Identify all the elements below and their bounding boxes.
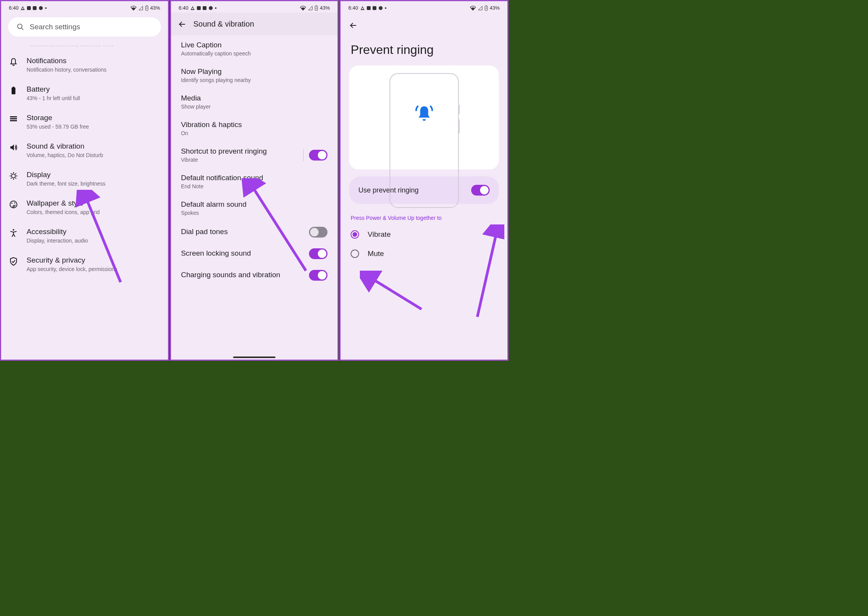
row-subtitle: End Note — [181, 183, 263, 189]
item-title: Sound & vibration — [27, 142, 103, 151]
settings-item-accessibility[interactable]: AccessibilityDisplay, interaction, audio — [1, 221, 168, 250]
row-subtitle: Automatically caption speech — [181, 50, 251, 57]
toggle-switch[interactable] — [309, 248, 327, 259]
setting-row[interactable]: MediaShow player — [171, 89, 338, 115]
setting-row[interactable]: Vibration & hapticsOn — [171, 115, 338, 142]
item-title: Storage — [27, 114, 89, 122]
display-icon — [9, 171, 18, 181]
setting-row[interactable]: Live CaptionAutomatically caption speech — [171, 35, 338, 62]
row-subtitle: On — [181, 130, 242, 136]
toggle-switch[interactable] — [309, 227, 327, 238]
row-title: Default notification sound — [181, 174, 263, 182]
setting-row[interactable]: Shortcut to prevent ringingVibrate — [171, 142, 338, 168]
settings-item-sound[interactable]: Sound & vibrationVolume, haptics, Do Not… — [1, 136, 168, 164]
svg-rect-9 — [10, 120, 17, 121]
setting-row[interactable]: Dial pad tones — [171, 221, 338, 243]
svg-point-12 — [12, 203, 13, 204]
sound-vibration-screen: 6:40 43% Sound & vibration Live CaptionA… — [170, 0, 339, 361]
radio-option[interactable]: Mute — [341, 244, 507, 263]
settings-item-display[interactable]: DisplayDark theme, font size, brightness — [1, 164, 168, 193]
radio-label: Vibrate — [368, 230, 391, 239]
more-icon — [385, 7, 386, 9]
svg-line-4 — [22, 28, 24, 30]
svg-point-11 — [10, 201, 17, 208]
app-icon — [203, 6, 207, 10]
radio-label: Mute — [368, 249, 384, 258]
svg-line-25 — [371, 278, 421, 309]
back-arrow-icon[interactable] — [178, 20, 186, 28]
setting-row[interactable]: Now PlayingIdentify songs playing nearby — [171, 62, 338, 89]
wifi-icon — [131, 6, 136, 10]
wifi-icon — [470, 6, 476, 10]
item-title: Accessibility — [27, 228, 88, 236]
more-icon — [215, 7, 217, 9]
svg-rect-2 — [146, 5, 147, 6]
nav-bar-pill[interactable] — [233, 357, 275, 358]
setting-row[interactable]: Default alarm soundSpokes — [171, 195, 338, 221]
signal-icon — [478, 6, 483, 10]
radio-button[interactable] — [351, 230, 359, 239]
app-icon — [197, 6, 201, 10]
signal-icon — [308, 6, 313, 10]
battery-percent: 43% — [150, 5, 160, 11]
item-subtitle: Volume, haptics, Do Not Disturb — [27, 152, 103, 158]
setting-row[interactable]: Screen locking sound — [171, 243, 338, 264]
item-subtitle: App security, device lock, permissions — [27, 266, 118, 272]
annotation-arrow — [360, 271, 429, 317]
battery-icon — [485, 5, 488, 11]
sound-icon — [9, 143, 18, 152]
toggle-switch[interactable] — [309, 150, 327, 161]
radio-option[interactable]: Vibrate — [341, 225, 507, 244]
setting-row[interactable]: Charging sounds and vibration — [171, 264, 338, 286]
item-subtitle: 43% - 1 hr left until full — [27, 95, 80, 101]
setting-row[interactable]: Default notification soundEnd Note — [171, 168, 338, 195]
app-icon — [39, 6, 43, 10]
battery-percent: 43% — [490, 5, 500, 11]
use-prevent-ringing-toggle[interactable] — [471, 185, 490, 196]
wallpaper-icon — [9, 200, 18, 209]
illustration — [349, 65, 499, 169]
app-icon — [27, 6, 31, 10]
back-arrow-icon[interactable] — [349, 21, 358, 30]
battery-icon — [9, 86, 18, 95]
settings-item-storage[interactable]: Storage53% used - 59.79 GB free — [1, 107, 168, 136]
settings-item-battery[interactable]: Battery43% - 1 hr left until full — [1, 79, 168, 107]
item-subtitle: Notification history, conversations — [27, 67, 107, 73]
more-icon — [45, 7, 47, 9]
settings-item-bell[interactable]: NotificationsNotification history, conve… — [1, 50, 168, 79]
radio-button[interactable] — [351, 249, 359, 258]
search-icon — [17, 23, 24, 31]
prevent-ringing-screen: 6:40 43% Prevent ringing Use prevent rin — [339, 0, 509, 361]
app-icon — [33, 6, 37, 10]
row-subtitle: Vibrate — [181, 157, 267, 163]
settings-main-screen: 6:40 43% Search settings …………, …………, ………… — [0, 0, 169, 361]
row-title: Default alarm sound — [181, 200, 247, 209]
app-icon — [360, 6, 365, 10]
signal-icon — [138, 6, 143, 10]
svg-point-14 — [15, 205, 16, 206]
search-settings-input[interactable]: Search settings — [8, 17, 161, 37]
row-title: Charging sounds and vibration — [181, 271, 280, 279]
svg-point-15 — [13, 229, 14, 231]
row-title: Vibration & haptics — [181, 121, 242, 129]
item-subtitle: Colors, themed icons, app grid — [27, 209, 100, 215]
row-title: Now Playing — [181, 67, 251, 76]
settings-item-security[interactable]: Security & privacyApp security, device l… — [1, 250, 168, 278]
battery-icon — [315, 5, 318, 11]
row-title: Shortcut to prevent ringing — [181, 147, 267, 156]
settings-item-wallpaper[interactable]: Wallpaper & styleColors, themed icons, a… — [1, 193, 168, 221]
svg-point-10 — [12, 174, 15, 178]
bell-icon — [9, 57, 18, 67]
app-icon — [190, 6, 195, 10]
row-subtitle: Spokes — [181, 210, 247, 216]
row-title: Live Caption — [181, 41, 251, 49]
status-bar: 6:40 43% — [341, 1, 507, 13]
security-icon — [9, 257, 18, 266]
item-title: Security & privacy — [27, 256, 118, 264]
status-time: 6:40 — [9, 5, 18, 11]
status-time: 6:40 — [179, 5, 188, 11]
item-title: Battery — [27, 85, 80, 94]
svg-point-13 — [14, 203, 15, 204]
toggle-switch[interactable] — [309, 270, 327, 281]
svg-point-0 — [39, 6, 43, 10]
